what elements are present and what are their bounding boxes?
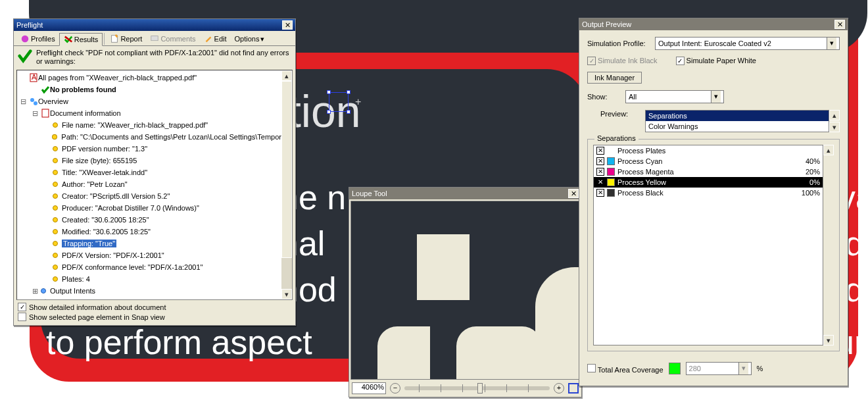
- overview-icon: [29, 97, 38, 106]
- zoom-slider[interactable]: [404, 386, 550, 390]
- preview-option-separations[interactable]: Separations: [646, 111, 829, 121]
- separation-toggle[interactable]: ✕: [596, 157, 604, 165]
- tree-row[interactable]: File name: "XWeaver_rich-black_trapped.p…: [17, 119, 281, 131]
- crosshair-icon: +: [355, 96, 361, 108]
- preflight-tree[interactable]: A All pages from "XWeaver_rich-black_tra…: [16, 70, 293, 300]
- separations-list[interactable]: ✕Process Plates✕Process Cyan40%✕Process …: [593, 145, 823, 345]
- scroll-track[interactable]: [281, 81, 292, 289]
- tree-row[interactable]: File size (byte): 655195: [17, 155, 281, 166]
- preview-option-color-warnings[interactable]: Color Warnings: [646, 121, 829, 132]
- separation-toggle[interactable]: ✕: [596, 189, 604, 197]
- output-preview-window: Output Preview ✕ Simulation Profile: Out…: [579, 18, 848, 386]
- scroll-down[interactable]: ▾: [829, 122, 840, 132]
- tac-swatch[interactable]: [669, 363, 681, 374]
- svg-text:A: A: [32, 73, 37, 81]
- scrollbar[interactable]: ▴ ▾: [281, 70, 292, 299]
- ink-manager-button[interactable]: Ink Manager: [587, 72, 642, 84]
- selection-rect[interactable]: [329, 92, 349, 112]
- show-select[interactable]: All▾: [625, 90, 724, 103]
- tree-row[interactable]: Trapping: "True": [17, 238, 281, 249]
- tree-row[interactable]: A All pages from "XWeaver_rich-black_tra…: [17, 72, 281, 84]
- bg-text-line4: to perform aspect: [46, 322, 312, 362]
- scroll-down[interactable]: ▾: [823, 335, 834, 345]
- simulate-row: ✓ Simulate Ink Black ✓ Simulate Paper Wh…: [587, 57, 840, 65]
- tab-report[interactable]: Report: [106, 33, 146, 45]
- snap-button[interactable]: [568, 383, 579, 394]
- separation-toggle[interactable]: ✕: [596, 178, 604, 186]
- zoom-input[interactable]: 4060%: [352, 382, 386, 394]
- separation-row[interactable]: ✕Process Magenta20%: [594, 166, 823, 177]
- simulation-profile-row: Simulation Profile: Output Intent: Euros…: [587, 37, 840, 50]
- separation-toggle[interactable]: ✕: [596, 147, 604, 155]
- svg-rect-7: [42, 109, 49, 117]
- chevron-down-icon: ▾: [738, 363, 748, 374]
- tree-row[interactable]: Path: "C:\Documents and Settings\Petr Lo…: [17, 131, 281, 143]
- zoom-out-button[interactable]: −: [390, 383, 400, 394]
- tree-row[interactable]: Creator: "PScript5.dll Version 5.2": [17, 190, 281, 202]
- preview-listbox[interactable]: Separations Color Warnings: [645, 110, 829, 132]
- color-swatch: [607, 168, 615, 176]
- separation-row[interactable]: ✕Process Black100%: [594, 188, 823, 198]
- separation-row[interactable]: ✕Process Cyan40%: [594, 156, 823, 166]
- separation-row[interactable]: ✕Process Yellow0%: [594, 177, 823, 188]
- tree-row[interactable]: ⊞Output Intents: [17, 285, 281, 297]
- tab-edit[interactable]: Edit: [200, 33, 231, 45]
- tab-results[interactable]: Results: [59, 33, 103, 46]
- loupe-titlebar[interactable]: Loupe Tool ✕: [349, 188, 581, 199]
- svg-point-5: [30, 98, 34, 102]
- output-preview-titlebar[interactable]: Output Preview ✕: [579, 18, 848, 30]
- pdf-icon: A: [29, 73, 38, 82]
- tree-row[interactable]: PDF/X conformance level: "PDF/X-1a:2001": [17, 261, 281, 273]
- show-detailed-checkbox[interactable]: ✓Show detailed information about documen…: [18, 303, 291, 311]
- layers-icon: [41, 298, 50, 299]
- tab-options[interactable]: Options▾: [231, 34, 269, 45]
- separations-group: Separations ✕Process Plates✕Process Cyan…: [587, 139, 840, 351]
- preflight-titlebar[interactable]: Preflight ✕: [14, 19, 295, 31]
- preflight-title: Preflight: [16, 21, 43, 29]
- simulate-paper-white-checkbox[interactable]: ✓ Simulate Paper White: [676, 57, 756, 65]
- loupe-viewport[interactable]: [350, 201, 580, 380]
- tree-row[interactable]: ⊟ Document information: [17, 107, 281, 119]
- tree-row[interactable]: No problems found: [17, 84, 281, 95]
- scroll-down[interactable]: ▾: [281, 289, 292, 299]
- tree-row[interactable]: Layers: none: [17, 297, 281, 299]
- separation-toggle[interactable]: ✕: [596, 168, 604, 176]
- preflight-options: ✓Show detailed information about documen…: [14, 300, 295, 325]
- tree-row[interactable]: Modified: "30.6.2005 18:25": [17, 226, 281, 238]
- scroll-up[interactable]: ▴: [829, 110, 840, 120]
- pdf-icon: [41, 109, 50, 118]
- svg-point-6: [34, 101, 37, 105]
- tree-row[interactable]: Producer: "Acrobat Distiller 7.0 (Window…: [17, 202, 281, 214]
- show-snap-checkbox[interactable]: Show selected page element in Snap view: [18, 313, 291, 321]
- svg-point-0: [22, 36, 29, 43]
- tree-row[interactable]: Title: "XWeaver-letak.indd": [17, 166, 281, 178]
- tac-checkbox[interactable]: Total Area Coverage: [587, 364, 663, 374]
- separation-row[interactable]: ✕Process Plates: [594, 145, 823, 156]
- tab-comments: Comments: [146, 33, 199, 45]
- close-button[interactable]: ✕: [834, 20, 845, 29]
- simulation-profile-select[interactable]: Output Intent: Euroscale Coated v2▾: [655, 37, 840, 50]
- preflight-toolbar: Profiles Results Report Comments Edit Op…: [14, 31, 295, 45]
- close-button[interactable]: ✕: [568, 189, 579, 198]
- checkmark-icon: [41, 85, 50, 94]
- tree-row[interactable]: PDF/X Version: "PDF/X-1:2001": [17, 249, 281, 261]
- tab-profiles[interactable]: Profiles: [16, 33, 59, 45]
- tree-row[interactable]: ⊟ Overview: [17, 95, 281, 107]
- tree-row[interactable]: Author: "Petr Lozan": [17, 178, 281, 190]
- slider-thumb[interactable]: [477, 383, 483, 394]
- scroll-thumb[interactable]: [281, 81, 292, 258]
- scroll-up[interactable]: ▴: [281, 70, 292, 81]
- total-area-coverage-row: Total Area Coverage 280▾ %: [587, 358, 840, 375]
- zoom-in-button[interactable]: +: [554, 383, 564, 394]
- svg-rect-2: [151, 36, 158, 41]
- show-row: Show: All▾: [587, 90, 840, 103]
- simulate-ink-black-checkbox: ✓ Simulate Ink Black: [587, 57, 658, 65]
- scroll-up[interactable]: ▴: [823, 145, 834, 155]
- close-button[interactable]: ✕: [282, 20, 293, 30]
- tree-row[interactable]: Plates: 4: [17, 273, 281, 285]
- chevron-down-icon: ▾: [711, 91, 721, 103]
- loupe-window: Loupe Tool ✕ 4060% − +: [349, 187, 582, 397]
- chevron-down-icon: ▾: [260, 35, 264, 43]
- tree-row[interactable]: PDF version number: "1.3": [17, 143, 281, 155]
- tree-row[interactable]: Created: "30.6.2005 18:25": [17, 214, 281, 226]
